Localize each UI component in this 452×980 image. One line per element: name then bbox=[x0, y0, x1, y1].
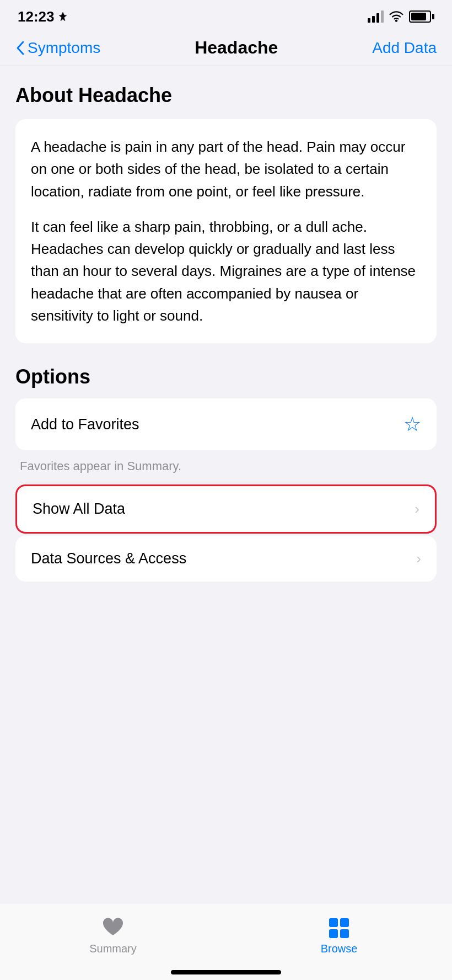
show-all-data-card[interactable]: Show All Data › bbox=[15, 484, 437, 534]
favorites-hint: Favorites appear in Summary. bbox=[15, 454, 437, 484]
heart-icon bbox=[101, 916, 125, 938]
star-icon: ☆ bbox=[403, 413, 421, 436]
data-sources-label: Data Sources & Access bbox=[31, 550, 186, 567]
location-icon bbox=[58, 12, 68, 22]
main-content: About Headache A headache is pain in any… bbox=[0, 66, 452, 688]
nav-bar: Symptoms Headache Add Data bbox=[0, 30, 452, 66]
back-label: Symptoms bbox=[28, 39, 100, 57]
add-to-favorites-row[interactable]: Add to Favorites ☆ bbox=[15, 398, 437, 450]
status-time: 12:23 bbox=[18, 8, 68, 25]
about-paragraph-2: It can feel like a sharp pain, throbbing… bbox=[31, 216, 421, 327]
data-sources-card[interactable]: Data Sources & Access › bbox=[15, 536, 437, 582]
battery-icon bbox=[409, 10, 434, 23]
tab-bar: Summary Browse bbox=[0, 903, 452, 980]
svg-rect-3 bbox=[340, 929, 349, 938]
browse-label: Browse bbox=[321, 942, 358, 955]
home-indicator bbox=[171, 970, 281, 974]
page-title: Headache bbox=[195, 38, 278, 58]
status-icons bbox=[368, 10, 434, 23]
svg-rect-1 bbox=[340, 918, 349, 927]
svg-rect-2 bbox=[329, 929, 338, 938]
browse-icon bbox=[327, 916, 351, 938]
signal-icon bbox=[368, 10, 384, 23]
chevron-right-icon: › bbox=[415, 500, 419, 518]
show-all-data-label: Show All Data bbox=[33, 500, 125, 518]
back-button[interactable]: Symptoms bbox=[15, 39, 100, 57]
data-sources-row[interactable]: Data Sources & Access › bbox=[15, 536, 437, 582]
options-heading: Options bbox=[15, 365, 437, 388]
add-to-favorites-label: Add to Favorites bbox=[31, 416, 139, 433]
tab-summary[interactable]: Summary bbox=[0, 916, 226, 955]
chevron-right-icon-2: › bbox=[416, 550, 421, 567]
add-to-favorites-card[interactable]: Add to Favorites ☆ bbox=[15, 398, 437, 450]
time-display: 12:23 bbox=[18, 8, 55, 25]
options-section: Options Add to Favorites ☆ Favorites app… bbox=[15, 365, 437, 582]
about-paragraph-1: A headache is pain in any part of the he… bbox=[31, 136, 421, 203]
status-bar: 12:23 bbox=[0, 0, 452, 30]
chevron-left-icon bbox=[15, 40, 25, 56]
tab-browse[interactable]: Browse bbox=[226, 916, 452, 955]
svg-rect-0 bbox=[329, 918, 338, 927]
summary-label: Summary bbox=[89, 942, 137, 955]
about-card: A headache is pain in any part of the he… bbox=[15, 119, 437, 343]
about-heading: About Headache bbox=[15, 84, 437, 107]
wifi-icon bbox=[389, 11, 403, 22]
add-data-button[interactable]: Add Data bbox=[372, 39, 437, 57]
show-all-data-row[interactable]: Show All Data › bbox=[17, 486, 435, 532]
